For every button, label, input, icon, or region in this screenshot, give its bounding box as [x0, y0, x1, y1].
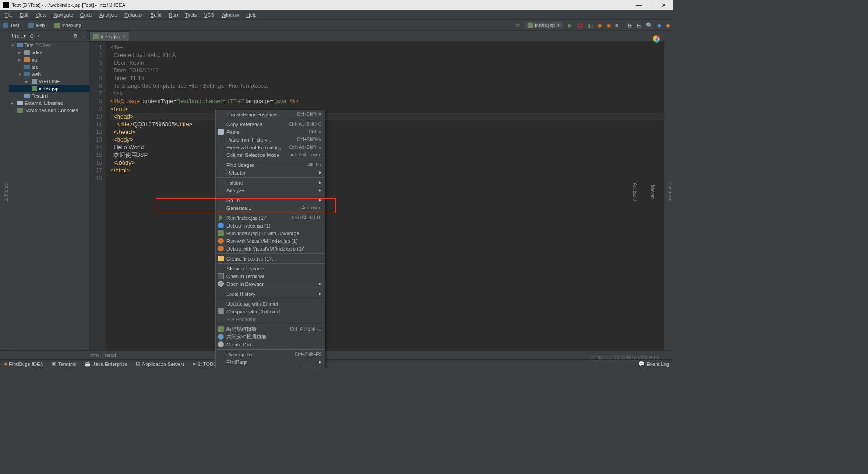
- menu-item-run-index-jsp-1-[interactable]: Run 'index.jsp (1)'Ctrl+Shift+F10: [216, 214, 325, 222]
- run-configuration-selector[interactable]: index.jsp: [525, 22, 563, 28]
- build-icon[interactable]: ⚒: [515, 22, 520, 28]
- project-tree[interactable]: Test D:\Test.ideaoutsrcwebWEB-INFindex.j…: [9, 42, 89, 350]
- minimize-button[interactable]: —: [636, 2, 642, 9]
- menu-navigate[interactable]: Navigate: [51, 11, 75, 19]
- jrebel-icon[interactable]: ◆: [666, 22, 670, 28]
- menu-item-create-gist-[interactable]: Create Gist...: [216, 341, 325, 348]
- maximize-button[interactable]: □: [650, 2, 653, 9]
- menu-item-file-encoding: File Encoding: [216, 315, 325, 323]
- menu-item-paste-without-formatting[interactable]: Paste without FormattingCtrl+Alt+Shift+V: [216, 143, 325, 151]
- menu-item-evaluate-xpath-[interactable]: Evaluate XPath...Ctrl+Alt+X, E: [216, 366, 325, 368]
- tree-index.jsp[interactable]: index.jsp: [9, 85, 89, 92]
- menu-item-run-index-jsp-1-with-coverage[interactable]: Run 'index.jsp (1)' with Coverage: [216, 229, 325, 237]
- menu-item-compare-with-clipboard[interactable]: Compare with Clipboard: [216, 308, 325, 315]
- tool-todo[interactable]: ≡6: TODO: [193, 361, 217, 367]
- menu-item-debug-with-visualvm-index-jsp-1-[interactable]: Debug with VisualVM 'index.jsp (1)': [216, 245, 325, 252]
- menu-item-translate-and-replace-[interactable]: Translate and Replace...Ctrl+Shift+X: [216, 110, 325, 118]
- left-tool-rail[interactable]: 1: Project Web 2: Favorites 7: Structure: [0, 31, 9, 350]
- menu-refactor[interactable]: Refactor: [122, 11, 146, 19]
- event-log[interactable]: 💬Event Log: [638, 361, 669, 367]
- layout2-icon[interactable]: ⊟: [637, 22, 642, 28]
- close-tab-icon[interactable]: ×: [123, 34, 125, 39]
- tool-terminal[interactable]: ▣Terminal: [52, 361, 77, 367]
- code-editor[interactable]: 123456789101112131415161718 <%-- Created…: [90, 42, 664, 350]
- coverage-icon[interactable]: ◧: [588, 22, 593, 28]
- tool-app-servers[interactable]: ▤Application Servers: [136, 361, 185, 367]
- menu-item-local-history[interactable]: Local History▶: [216, 290, 325, 298]
- tree-out[interactable]: out: [9, 56, 89, 63]
- rail-project[interactable]: 1: Project: [4, 182, 9, 201]
- editor-tabs[interactable]: index.jsp ×: [90, 31, 664, 42]
- menu-file[interactable]: File: [2, 11, 15, 19]
- search-icon[interactable]: 🔍: [646, 22, 653, 28]
- tree-External Libraries[interactable]: External Libraries: [9, 100, 89, 107]
- menu-item-open-in-browser[interactable]: Open in Browser▶: [216, 280, 325, 288]
- locate-icon[interactable]: ⊕: [30, 33, 34, 39]
- breadcrumb-Test[interactable]: Test〉: [3, 22, 26, 28]
- rail-database[interactable]: Database: [668, 182, 673, 202]
- menu-item-debug-index-jsp-1-[interactable]: Debug 'index.jsp (1)': [216, 222, 325, 229]
- menu-item-generate-[interactable]: Generate...Alt+Insert: [216, 204, 325, 212]
- tree-WEB-INF[interactable]: WEB-INF: [9, 78, 89, 85]
- stop-icon[interactable]: ■: [615, 22, 618, 28]
- menu-item-show-in-explorer[interactable]: Show in Explorer: [216, 265, 325, 272]
- menu-item-find-usages[interactable]: Find UsagesAlt+F7: [216, 161, 325, 169]
- ali-icon[interactable]: ◆: [657, 22, 661, 28]
- menu-item-package-file[interactable]: Package fileCtrl+Shift+F9: [216, 351, 325, 358]
- tree-.idea[interactable]: .idea: [9, 49, 89, 56]
- menu-item-analyze[interactable]: Analyze▶: [216, 186, 325, 194]
- menu-item-go-to[interactable]: Go To▶: [216, 196, 325, 204]
- menu-item-copy-reference[interactable]: Copy ReferenceCtrl+Alt+Shift+C: [216, 120, 325, 128]
- menu-help[interactable]: Help: [244, 11, 259, 19]
- project-view-selector[interactable]: Pro...▾: [12, 33, 26, 39]
- context-menu[interactable]: Translate and Replace...Ctrl+Shift+XCopy…: [215, 110, 326, 368]
- menu-item--[interactable]: 编码规约扫描Ctrl+Alt+Shift+J: [216, 325, 325, 333]
- menu-item-update-tag-with-emmet[interactable]: Update tag with Emmet: [216, 300, 325, 308]
- menu-analyze[interactable]: Analyze: [97, 11, 120, 19]
- right-tool-rail[interactable]: Database Maven Ant Build: [664, 31, 673, 350]
- tool-java-enterprise[interactable]: ☕Java Enterprise: [85, 361, 127, 367]
- menu-vcs[interactable]: VCS: [201, 11, 217, 19]
- run-icon[interactable]: ▶: [568, 22, 572, 28]
- editor-breadcrumbs[interactable]: html › head: [0, 350, 673, 359]
- gutter[interactable]: 123456789101112131415161718: [90, 42, 106, 350]
- menu-edit[interactable]: Edit: [17, 11, 31, 19]
- debug-icon[interactable]: 🐞: [576, 22, 583, 28]
- menu-code[interactable]: Code: [78, 11, 95, 19]
- close-button[interactable]: ✕: [661, 2, 666, 9]
- menu-item-column-selection-mode[interactable]: Column Selection ModeAlt+Shift+Insert: [216, 151, 325, 159]
- hide-icon[interactable]: —: [81, 33, 86, 39]
- menu-view[interactable]: View: [33, 11, 49, 19]
- breadcrumb-web[interactable]: web〉: [28, 22, 52, 28]
- navigation-bar: Test〉web〉index.jsp ⚒ index.jsp ▶ 🐞 ◧ ◉ ◉…: [0, 20, 673, 31]
- tree-src[interactable]: src: [9, 63, 89, 71]
- tree-Scratches and Consoles[interactable]: Scratches and Consoles: [9, 107, 89, 114]
- menu-item-create-index-jsp-1-[interactable]: Create 'index.jsp (1)'...: [216, 255, 325, 262]
- collapse-icon[interactable]: ⇤: [38, 33, 42, 39]
- menu-bar[interactable]: FileEditViewNavigateCodeAnalyzeRefactorB…: [0, 10, 673, 20]
- breadcrumb-index.jsp[interactable]: index.jsp: [54, 22, 81, 28]
- tree-web[interactable]: web: [9, 71, 89, 78]
- tree-Test[interactable]: Test D:\Test: [9, 42, 89, 49]
- tool-findbugs[interactable]: ◆FindBugs-IDEA: [4, 361, 43, 367]
- menu-item-run-with-visualvm-index-jsp-1-[interactable]: Run with VisualVM 'index.jsp (1)': [216, 237, 325, 245]
- menu-item-paste[interactable]: PasteCtrl+V: [216, 128, 325, 136]
- menu-run[interactable]: Run: [166, 11, 180, 19]
- profiler-icon[interactable]: ◉: [597, 22, 602, 28]
- menu-build[interactable]: Build: [148, 11, 164, 19]
- menu-item-open-in-terminal[interactable]: Open in Terminal: [216, 272, 325, 280]
- layout-icon[interactable]: ⊞: [628, 22, 632, 28]
- gear-icon[interactable]: ⚙: [73, 33, 78, 39]
- menu-item-paste-from-history-[interactable]: Paste from History...Ctrl+Shift+V: [216, 136, 325, 143]
- menu-item-folding[interactable]: Folding▶: [216, 179, 325, 186]
- menu-item-findbugs[interactable]: FindBugs▶: [216, 358, 325, 366]
- chrome-icon[interactable]: [653, 35, 660, 43]
- menu-item-refactor[interactable]: Refactor▶: [216, 169, 325, 176]
- bottom-tool-bar[interactable]: ◆FindBugs-IDEA ▣Terminal ☕Java Enterpris…: [0, 359, 673, 368]
- tree-Test.iml[interactable]: Test.iml: [9, 92, 89, 100]
- menu-tools[interactable]: Tools: [183, 11, 200, 19]
- visualvm-icon[interactable]: ◉: [606, 22, 611, 28]
- tab-index-jsp[interactable]: index.jsp ×: [90, 31, 129, 41]
- menu-window[interactable]: Window: [219, 11, 242, 19]
- menu-item--[interactable]: 关闭实时检测功能: [216, 333, 325, 341]
